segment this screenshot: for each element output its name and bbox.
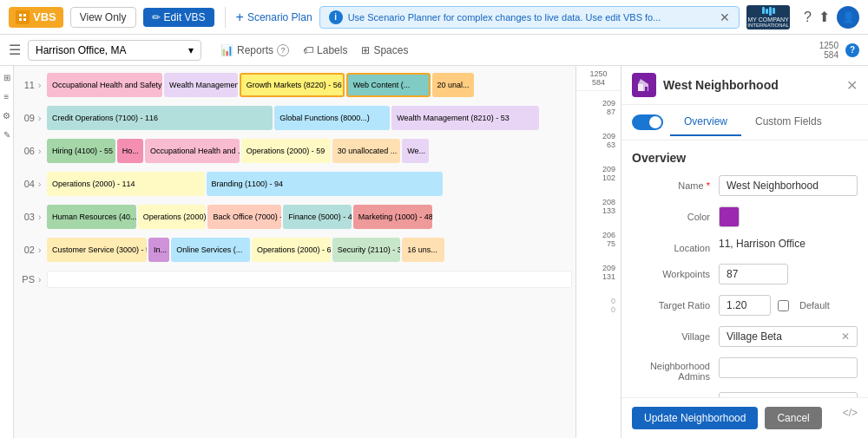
color-swatch[interactable] xyxy=(719,206,740,227)
row-content: Credit Operations (7100) - 116 Global Fu… xyxy=(47,106,572,130)
list-item[interactable]: Operations (2000) - 114 xyxy=(47,172,205,196)
list-item[interactable]: Online Services (... xyxy=(171,238,250,262)
cancel-button[interactable]: Cancel xyxy=(765,407,821,429)
list-item[interactable]: Occupational Health and ... xyxy=(145,139,240,163)
chart-icon: 📊 xyxy=(220,44,233,56)
table-row: 02 › Customer Service (3000) - 53 In... … xyxy=(14,234,575,265)
vbs-logo: VBS xyxy=(9,7,63,28)
list-item[interactable]: Marketing (1000) - 48 xyxy=(353,205,432,229)
close-info-button[interactable]: ✕ xyxy=(720,10,730,24)
list-item[interactable]: We... xyxy=(402,139,428,163)
labels-nav[interactable]: 🏷 Labels xyxy=(298,41,352,60)
list-item[interactable]: Hiring (4100) - 55 xyxy=(47,139,115,163)
village-label: Village xyxy=(632,326,719,342)
list-item[interactable]: Customer Service (3000) - 53 xyxy=(47,238,147,262)
list-item[interactable]: Operations (2000) -... xyxy=(138,205,207,229)
scenario-plan-button[interactable]: + Scenario Plan xyxy=(236,10,312,25)
workpoints-label: Workpoints xyxy=(632,264,719,279)
list-item[interactable]: Operations (2000) - 59 xyxy=(241,139,331,163)
color-label: Color xyxy=(632,206,719,222)
row-expand-icon[interactable]: › xyxy=(38,81,47,90)
svg-rect-3 xyxy=(23,18,26,21)
total-numbers: 1250 584 xyxy=(819,41,838,60)
location-control: 11, Harrison Office xyxy=(719,238,858,250)
pencil-sidebar-icon[interactable]: ✎ xyxy=(1,130,13,142)
list-item[interactable]: Back Office (7000) - 37 xyxy=(207,205,281,229)
default-checkbox[interactable] xyxy=(778,300,789,311)
list-item[interactable]: Security (2110) - 35 xyxy=(332,238,401,262)
list-item[interactable]: 20 unal... xyxy=(432,73,474,97)
list-item[interactable]: Wealth Management... xyxy=(164,73,238,97)
grid-icon[interactable]: ⊞ xyxy=(1,73,13,85)
reports-help-icon[interactable]: ? xyxy=(277,44,289,56)
svg-rect-1 xyxy=(23,14,26,16)
name-input[interactable] xyxy=(719,175,858,196)
right-controls: 1250 584 ? xyxy=(819,41,859,60)
view-only-button[interactable]: View Only xyxy=(70,7,136,28)
list-item[interactable]: Ho... xyxy=(117,139,143,163)
list-item[interactable]: Global Functions (8000...) xyxy=(274,106,390,130)
num-row: 206 75 xyxy=(576,223,621,256)
row-expand-icon[interactable]: › xyxy=(38,212,47,222)
workpoints-input[interactable] xyxy=(719,264,788,284)
spaces-nav[interactable]: ⊞ Spaces xyxy=(356,41,413,60)
main-area: ⊞ ≡ ⚙ ✎ 11 › Occupational Health and Saf… xyxy=(0,66,868,438)
list-item[interactable]: Credit Operations (7100) - 116 xyxy=(47,106,273,130)
list-item[interactable]: 16 uns... xyxy=(402,238,444,262)
code-icon[interactable]: </> xyxy=(843,407,858,429)
update-neighborhood-button[interactable]: Update Neighborhood xyxy=(632,407,758,429)
target-ratio-input[interactable] xyxy=(719,295,771,316)
secondbar-help-icon[interactable]: ? xyxy=(845,43,859,57)
toggle-switch[interactable] xyxy=(632,114,663,130)
pencil-icon: ✏ xyxy=(152,11,161,23)
company-logo-box: MY COMPANY INTERNATIONAL xyxy=(746,5,790,29)
tab-custom-fields[interactable]: Custom Fields xyxy=(741,108,836,136)
list-item[interactable]: Growth Markets (8220) - 56 xyxy=(240,73,345,97)
numbers-header: 1250 584 xyxy=(576,66,621,91)
detail-close-button[interactable]: ✕ xyxy=(846,77,858,94)
list-item[interactable]: In... xyxy=(148,238,169,262)
table-row: 04 › Operations (2000) - 114 Branding (1… xyxy=(14,168,575,199)
admins-input[interactable] xyxy=(719,357,858,378)
list-item[interactable]: 30 unallocated ... xyxy=(332,139,401,163)
location-select[interactable]: Harrison Office, MA ▾ xyxy=(28,40,201,61)
tab-overview[interactable]: Overview xyxy=(670,108,741,136)
target-ratio-control: Default xyxy=(719,295,858,316)
label-icon: 🏷 xyxy=(303,44,313,56)
row-expand-icon[interactable]: › xyxy=(38,114,47,123)
village-field-row: Village Village Beta ✕ xyxy=(632,326,858,347)
list-item[interactable]: Occupational Health and Safety (4200)... xyxy=(47,73,162,97)
list-item[interactable]: Human Resources (40... xyxy=(47,205,136,229)
village-select[interactable]: Village Beta ✕ xyxy=(719,326,858,347)
edit-vbs-button[interactable]: ✏ Edit VBS xyxy=(143,8,214,27)
sidebar-toggle-icon[interactable]: ☰ xyxy=(9,42,21,58)
layers-icon[interactable]: ≡ xyxy=(1,92,13,104)
spaces-icon: ⊞ xyxy=(361,44,370,56)
detail-title: West Neighborhood xyxy=(663,78,839,92)
target-ratio-label: Target Ratio xyxy=(632,295,719,311)
settings-icon[interactable]: ⚙ xyxy=(1,111,13,123)
ps-expand-icon[interactable]: › xyxy=(38,275,47,284)
row-expand-icon[interactable]: › xyxy=(38,245,47,255)
neighborhood-icon xyxy=(632,73,656,97)
list-item[interactable]: Branding (1100) - 94 xyxy=(207,172,443,196)
row-expand-icon[interactable]: › xyxy=(38,180,47,189)
list-item[interactable]: Operations (2000) - 64 xyxy=(252,238,331,262)
list-item[interactable]: Web Content (... xyxy=(346,73,431,97)
help-icon[interactable]: ? xyxy=(804,10,812,25)
village-clear-icon[interactable]: ✕ xyxy=(841,330,850,343)
reports-nav[interactable]: 📊 Reports ? xyxy=(215,41,294,60)
color-field-row: Color xyxy=(632,206,858,227)
user-avatar[interactable]: 👤 xyxy=(837,6,859,29)
admins-field-row: Neighborhood Admins xyxy=(632,357,858,382)
num-row: 0 0 xyxy=(576,289,621,322)
workpoints-field-row: Workpoints xyxy=(632,264,858,284)
table-row: 06 › Hiring (4100) - 55 Ho... Occupation… xyxy=(14,135,575,167)
list-item[interactable]: Finance (5000) - 45 xyxy=(283,205,352,229)
row-content: Customer Service (3000) - 53 In... Onlin… xyxy=(47,238,572,262)
row-expand-icon[interactable]: › xyxy=(38,147,47,156)
num-row: 209 131 xyxy=(576,256,621,289)
second-bar: ☰ Harrison Office, MA ▾ 📊 Reports ? 🏷 La… xyxy=(0,35,868,66)
export-icon[interactable]: ⬆ xyxy=(819,9,830,25)
list-item[interactable]: Wealth Management (8210) - 53 xyxy=(391,106,538,130)
